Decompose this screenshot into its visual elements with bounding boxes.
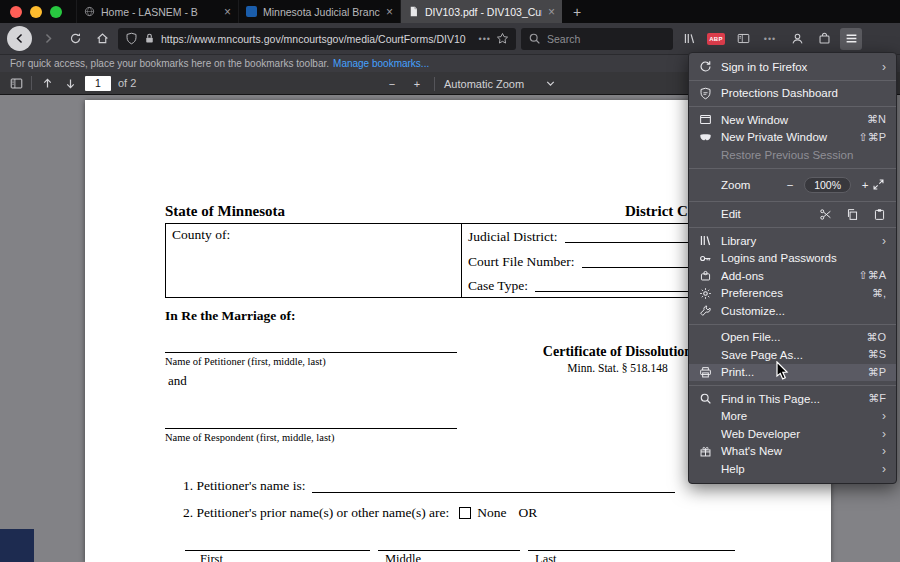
app-menu: Sign in to Firefox › Protections Dashboa… xyxy=(688,52,897,484)
library-icon xyxy=(683,32,696,45)
mn-courts-favicon-icon xyxy=(246,6,257,17)
adblock-plus-button[interactable]: ABP xyxy=(705,28,727,50)
zoom-reset-button[interactable]: 100% xyxy=(804,177,851,193)
petitioner-name-line xyxy=(165,352,457,353)
menu-item-save-page-as[interactable]: Save Page As... ⌘S xyxy=(689,346,896,364)
gift-icon xyxy=(699,445,713,458)
caption-table: County of: Judicial District: Court File… xyxy=(165,223,753,298)
bookmark-star-icon[interactable] xyxy=(496,32,509,45)
zoom-in-button[interactable]: + xyxy=(409,78,425,90)
paste-icon[interactable] xyxy=(873,208,886,221)
app-menu-button[interactable] xyxy=(840,28,862,50)
tab-label: Minnesota Judicial Branch - Ge xyxy=(263,6,380,18)
page-count-label: of 2 xyxy=(118,77,136,89)
tab-close-icon[interactable]: × xyxy=(224,6,231,18)
new-tab-button[interactable]: + xyxy=(562,0,592,23)
toolbar-divider xyxy=(31,76,32,90)
close-window-button[interactable] xyxy=(10,6,22,18)
menu-item-customize[interactable]: Customize... xyxy=(689,302,896,320)
address-bar[interactable]: https://www.mncourts.gov/mncourtsgov/med… xyxy=(118,28,516,50)
tab-close-icon[interactable]: × xyxy=(386,6,393,18)
library-button[interactable] xyxy=(678,28,700,50)
menu-item-logins-and-passwords[interactable]: Logins and Passwords xyxy=(689,250,896,268)
chevron-right-icon: › xyxy=(882,427,886,441)
pdf-favicon-icon xyxy=(408,6,419,17)
menu-item-preferences[interactable]: Preferences ⌘, xyxy=(689,285,896,303)
pdf-sidebar-toggle-button[interactable] xyxy=(8,77,24,90)
puzzle-icon xyxy=(699,269,713,282)
minimize-window-button[interactable] xyxy=(30,6,42,18)
zoom-window-button[interactable] xyxy=(50,6,62,18)
mask-icon xyxy=(699,131,713,144)
menu-item-print[interactable]: Print... ⌘P xyxy=(689,364,896,382)
copy-icon[interactable] xyxy=(846,208,859,221)
menu-item-protections-dashboard[interactable]: Protections Dashboard xyxy=(689,85,896,103)
menu-item-add-ons[interactable]: Add-ons ⇧⌘A xyxy=(689,267,896,285)
zoom-out-button[interactable]: − xyxy=(783,179,797,191)
tab-pdf-active[interactable]: DIV103.pdf - DIV103_Current.p × xyxy=(400,0,562,23)
tab-label: Home - LASNEM - B xyxy=(101,6,218,18)
menu-item-library[interactable]: Library › xyxy=(689,232,896,250)
fullscreen-icon[interactable] xyxy=(872,178,886,191)
menu-item-new-window[interactable]: New Window ⌘N xyxy=(689,111,896,129)
gear-icon xyxy=(699,287,713,300)
back-button[interactable] xyxy=(7,26,32,51)
tab-home[interactable]: Home - LASNEM - B × xyxy=(76,0,238,23)
lock-icon xyxy=(143,32,156,45)
home-button[interactable] xyxy=(91,28,113,50)
toolbar-overflow-button[interactable]: ••• xyxy=(759,28,781,50)
search-placeholder: Search xyxy=(547,33,580,45)
bookmarks-hint-text: For quick access, place your bookmarks h… xyxy=(10,58,329,69)
item-2-text: 2. Petitioner's prior name(s) or other n… xyxy=(183,505,449,521)
item-2: 2. Petitioner's prior name(s) or other n… xyxy=(183,505,537,521)
person-icon xyxy=(791,32,804,45)
extension-bag-button[interactable] xyxy=(813,28,835,50)
petitioner-caption: Name of Petitioner (first, middle, last) xyxy=(165,356,326,367)
middle-label: Middle xyxy=(385,552,421,562)
zoom-out-button[interactable]: − xyxy=(384,78,400,90)
globe-favicon-icon xyxy=(84,6,95,17)
zoom-select[interactable]: Automatic Zoom xyxy=(444,77,557,90)
menu-item-find-in-page[interactable]: Find in This Page... ⌘F xyxy=(689,390,896,408)
last-name-line xyxy=(528,550,735,551)
menu-separator xyxy=(689,106,896,107)
printer-icon xyxy=(699,366,713,379)
court-file-number-label: Court File Number: xyxy=(468,254,575,270)
sidebar-toggle-button[interactable] xyxy=(732,28,754,50)
account-button[interactable] xyxy=(786,28,808,50)
menu-item-web-developer[interactable]: Web Developer › xyxy=(689,425,896,443)
next-page-button[interactable] xyxy=(62,77,78,90)
zoom-controls: − + Automatic Zoom xyxy=(384,72,557,95)
manage-bookmarks-link[interactable]: Manage bookmarks... xyxy=(333,58,429,69)
menu-separator xyxy=(689,324,896,325)
forward-button[interactable] xyxy=(37,28,59,50)
search-input[interactable]: Search xyxy=(521,28,673,50)
menu-item-sign-in[interactable]: Sign in to Firefox › xyxy=(689,58,896,76)
none-checkbox[interactable] xyxy=(459,507,471,519)
first-name-line xyxy=(185,550,370,551)
traffic-lights xyxy=(0,0,76,23)
reload-icon xyxy=(69,32,82,45)
menu-item-help[interactable]: Help › xyxy=(689,460,896,478)
toolbar-divider xyxy=(434,77,435,91)
menu-item-new-private-window[interactable]: New Private Window ⇧⌘P xyxy=(689,129,896,147)
cut-icon[interactable] xyxy=(819,208,832,221)
chevron-right-icon: › xyxy=(882,409,886,423)
previous-page-button[interactable] xyxy=(39,77,55,90)
zoom-select-label: Automatic Zoom xyxy=(444,78,524,90)
page-actions-icon[interactable]: ••• xyxy=(479,34,491,44)
tab-mn-judicial[interactable]: Minnesota Judicial Branch - Ge × xyxy=(238,0,400,23)
reload-button[interactable] xyxy=(64,28,86,50)
tab-close-icon[interactable]: × xyxy=(548,6,555,18)
zoom-in-button[interactable]: + xyxy=(858,179,872,191)
menu-separator xyxy=(689,385,896,386)
back-arrow-icon xyxy=(13,32,26,45)
item-1-text: 1. Petitioner's name is: xyxy=(183,478,305,494)
menu-item-whats-new[interactable]: What's New › xyxy=(689,443,896,461)
menu-item-more[interactable]: More › xyxy=(689,408,896,426)
desktop-corner xyxy=(0,529,34,562)
meatball-menu-icon: ••• xyxy=(764,34,776,44)
menu-item-open-file[interactable]: Open File... ⌘O xyxy=(689,329,896,347)
menu-item-restore-previous-session[interactable]: Restore Previous Session xyxy=(689,146,896,164)
page-number-input[interactable] xyxy=(85,76,111,91)
